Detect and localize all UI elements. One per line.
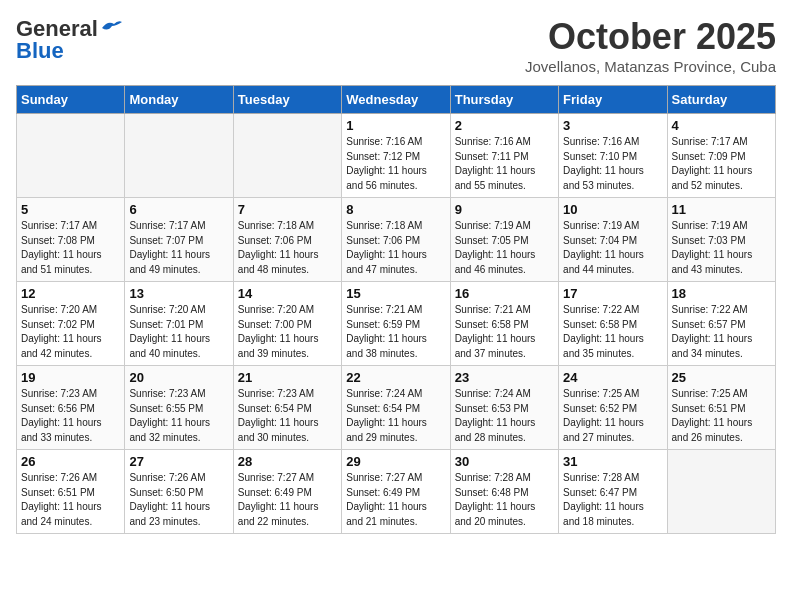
calendar-cell: [233, 114, 341, 198]
day-info: Sunrise: 7:24 AMSunset: 6:54 PMDaylight:…: [346, 387, 445, 445]
day-number: 17: [563, 286, 662, 301]
logo: General Blue: [16, 16, 122, 64]
day-number: 1: [346, 118, 445, 133]
day-info: Sunrise: 7:18 AMSunset: 7:06 PMDaylight:…: [346, 219, 445, 277]
calendar-cell: 26Sunrise: 7:26 AMSunset: 6:51 PMDayligh…: [17, 450, 125, 534]
day-info: Sunrise: 7:28 AMSunset: 6:48 PMDaylight:…: [455, 471, 554, 529]
calendar-cell: 31Sunrise: 7:28 AMSunset: 6:47 PMDayligh…: [559, 450, 667, 534]
day-info: Sunrise: 7:23 AMSunset: 6:56 PMDaylight:…: [21, 387, 120, 445]
calendar-cell: 2Sunrise: 7:16 AMSunset: 7:11 PMDaylight…: [450, 114, 558, 198]
day-number: 22: [346, 370, 445, 385]
day-info: Sunrise: 7:16 AMSunset: 7:10 PMDaylight:…: [563, 135, 662, 193]
calendar-header-row: SundayMondayTuesdayWednesdayThursdayFrid…: [17, 86, 776, 114]
day-number: 30: [455, 454, 554, 469]
day-info: Sunrise: 7:16 AMSunset: 7:12 PMDaylight:…: [346, 135, 445, 193]
calendar-cell: 16Sunrise: 7:21 AMSunset: 6:58 PMDayligh…: [450, 282, 558, 366]
day-number: 25: [672, 370, 771, 385]
day-number: 24: [563, 370, 662, 385]
calendar-cell: 17Sunrise: 7:22 AMSunset: 6:58 PMDayligh…: [559, 282, 667, 366]
calendar-cell: 29Sunrise: 7:27 AMSunset: 6:49 PMDayligh…: [342, 450, 450, 534]
calendar-cell: 12Sunrise: 7:20 AMSunset: 7:02 PMDayligh…: [17, 282, 125, 366]
day-info: Sunrise: 7:27 AMSunset: 6:49 PMDaylight:…: [238, 471, 337, 529]
day-info: Sunrise: 7:28 AMSunset: 6:47 PMDaylight:…: [563, 471, 662, 529]
calendar-cell: 21Sunrise: 7:23 AMSunset: 6:54 PMDayligh…: [233, 366, 341, 450]
day-info: Sunrise: 7:22 AMSunset: 6:58 PMDaylight:…: [563, 303, 662, 361]
location-subtitle: Jovellanos, Matanzas Province, Cuba: [525, 58, 776, 75]
day-number: 27: [129, 454, 228, 469]
day-number: 23: [455, 370, 554, 385]
day-info: Sunrise: 7:27 AMSunset: 6:49 PMDaylight:…: [346, 471, 445, 529]
calendar-cell: [667, 450, 775, 534]
day-info: Sunrise: 7:22 AMSunset: 6:57 PMDaylight:…: [672, 303, 771, 361]
column-header-friday: Friday: [559, 86, 667, 114]
day-number: 12: [21, 286, 120, 301]
day-info: Sunrise: 7:20 AMSunset: 7:02 PMDaylight:…: [21, 303, 120, 361]
day-number: 21: [238, 370, 337, 385]
day-info: Sunrise: 7:21 AMSunset: 6:58 PMDaylight:…: [455, 303, 554, 361]
day-info: Sunrise: 7:17 AMSunset: 7:09 PMDaylight:…: [672, 135, 771, 193]
column-header-saturday: Saturday: [667, 86, 775, 114]
calendar-cell: 3Sunrise: 7:16 AMSunset: 7:10 PMDaylight…: [559, 114, 667, 198]
column-header-tuesday: Tuesday: [233, 86, 341, 114]
day-number: 15: [346, 286, 445, 301]
calendar-cell: 11Sunrise: 7:19 AMSunset: 7:03 PMDayligh…: [667, 198, 775, 282]
calendar-cell: 4Sunrise: 7:17 AMSunset: 7:09 PMDaylight…: [667, 114, 775, 198]
logo-bird-icon: [100, 18, 122, 36]
day-number: 8: [346, 202, 445, 217]
day-number: 18: [672, 286, 771, 301]
day-number: 3: [563, 118, 662, 133]
calendar-cell: 23Sunrise: 7:24 AMSunset: 6:53 PMDayligh…: [450, 366, 558, 450]
calendar-table: SundayMondayTuesdayWednesdayThursdayFrid…: [16, 85, 776, 534]
calendar-cell: 6Sunrise: 7:17 AMSunset: 7:07 PMDaylight…: [125, 198, 233, 282]
title-area: October 2025 Jovellanos, Matanzas Provin…: [525, 16, 776, 75]
day-info: Sunrise: 7:20 AMSunset: 7:01 PMDaylight:…: [129, 303, 228, 361]
day-info: Sunrise: 7:20 AMSunset: 7:00 PMDaylight:…: [238, 303, 337, 361]
day-number: 19: [21, 370, 120, 385]
day-info: Sunrise: 7:25 AMSunset: 6:51 PMDaylight:…: [672, 387, 771, 445]
day-number: 14: [238, 286, 337, 301]
day-number: 16: [455, 286, 554, 301]
column-header-monday: Monday: [125, 86, 233, 114]
calendar-cell: 22Sunrise: 7:24 AMSunset: 6:54 PMDayligh…: [342, 366, 450, 450]
calendar-cell: 19Sunrise: 7:23 AMSunset: 6:56 PMDayligh…: [17, 366, 125, 450]
day-info: Sunrise: 7:23 AMSunset: 6:55 PMDaylight:…: [129, 387, 228, 445]
day-info: Sunrise: 7:21 AMSunset: 6:59 PMDaylight:…: [346, 303, 445, 361]
calendar-cell: 15Sunrise: 7:21 AMSunset: 6:59 PMDayligh…: [342, 282, 450, 366]
column-header-sunday: Sunday: [17, 86, 125, 114]
calendar-cell: 14Sunrise: 7:20 AMSunset: 7:00 PMDayligh…: [233, 282, 341, 366]
day-number: 7: [238, 202, 337, 217]
day-number: 5: [21, 202, 120, 217]
logo-blue: Blue: [16, 38, 64, 64]
day-number: 29: [346, 454, 445, 469]
day-info: Sunrise: 7:23 AMSunset: 6:54 PMDaylight:…: [238, 387, 337, 445]
day-info: Sunrise: 7:16 AMSunset: 7:11 PMDaylight:…: [455, 135, 554, 193]
calendar-cell: 1Sunrise: 7:16 AMSunset: 7:12 PMDaylight…: [342, 114, 450, 198]
calendar-week-row: 1Sunrise: 7:16 AMSunset: 7:12 PMDaylight…: [17, 114, 776, 198]
calendar-cell: 7Sunrise: 7:18 AMSunset: 7:06 PMDaylight…: [233, 198, 341, 282]
day-number: 10: [563, 202, 662, 217]
day-number: 2: [455, 118, 554, 133]
day-info: Sunrise: 7:19 AMSunset: 7:04 PMDaylight:…: [563, 219, 662, 277]
calendar-cell: 20Sunrise: 7:23 AMSunset: 6:55 PMDayligh…: [125, 366, 233, 450]
day-number: 9: [455, 202, 554, 217]
calendar-cell: 9Sunrise: 7:19 AMSunset: 7:05 PMDaylight…: [450, 198, 558, 282]
day-number: 6: [129, 202, 228, 217]
day-info: Sunrise: 7:24 AMSunset: 6:53 PMDaylight:…: [455, 387, 554, 445]
day-info: Sunrise: 7:25 AMSunset: 6:52 PMDaylight:…: [563, 387, 662, 445]
column-header-thursday: Thursday: [450, 86, 558, 114]
calendar-week-row: 5Sunrise: 7:17 AMSunset: 7:08 PMDaylight…: [17, 198, 776, 282]
day-info: Sunrise: 7:19 AMSunset: 7:05 PMDaylight:…: [455, 219, 554, 277]
day-number: 13: [129, 286, 228, 301]
calendar-week-row: 19Sunrise: 7:23 AMSunset: 6:56 PMDayligh…: [17, 366, 776, 450]
month-title: October 2025: [525, 16, 776, 58]
calendar-cell: 28Sunrise: 7:27 AMSunset: 6:49 PMDayligh…: [233, 450, 341, 534]
calendar-cell: 5Sunrise: 7:17 AMSunset: 7:08 PMDaylight…: [17, 198, 125, 282]
day-number: 28: [238, 454, 337, 469]
day-info: Sunrise: 7:26 AMSunset: 6:51 PMDaylight:…: [21, 471, 120, 529]
calendar-cell: 24Sunrise: 7:25 AMSunset: 6:52 PMDayligh…: [559, 366, 667, 450]
calendar-cell: 27Sunrise: 7:26 AMSunset: 6:50 PMDayligh…: [125, 450, 233, 534]
calendar-cell: 10Sunrise: 7:19 AMSunset: 7:04 PMDayligh…: [559, 198, 667, 282]
day-info: Sunrise: 7:26 AMSunset: 6:50 PMDaylight:…: [129, 471, 228, 529]
calendar-cell: 8Sunrise: 7:18 AMSunset: 7:06 PMDaylight…: [342, 198, 450, 282]
day-number: 11: [672, 202, 771, 217]
